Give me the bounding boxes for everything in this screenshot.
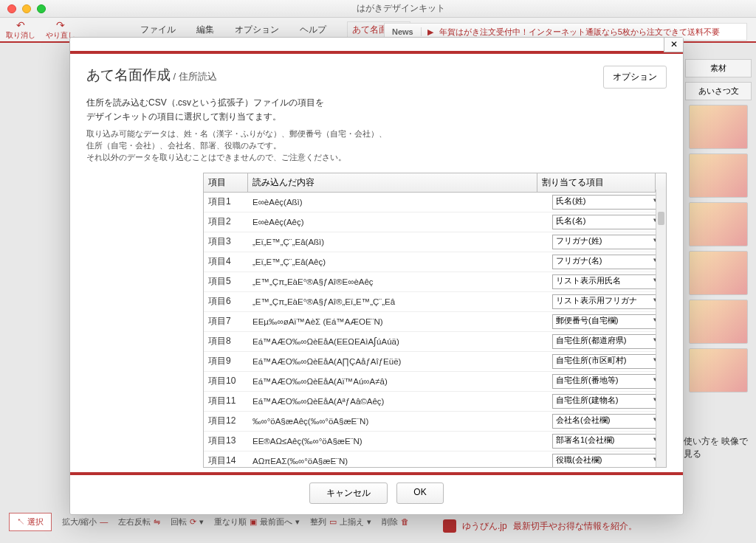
- table-header: 項目 読み込んだ内容 割り当てる項目: [204, 173, 666, 193]
- row-key: 項目1: [204, 193, 248, 210]
- table-row: 項目11Eá™AÆO‰∞ΩèEåA(AªƒAâ©Aêç)自宅住所(建物名): [204, 392, 666, 412]
- row-value: „Eï„E™„Ç¨„Eâ(Aßì): [248, 235, 548, 249]
- table-row: 項目7EEµ‰∞øAï™AèΣ (Eá™AÆOE¨N)郵便番号(自宅欄): [204, 312, 666, 332]
- row-key: 項目3: [204, 233, 248, 250]
- row-assign: 部署名1(会社欄): [548, 432, 666, 451]
- row-assign: 氏名(名): [548, 212, 666, 232]
- table-row: 項目4„Eï„E™„Ç¨„Eâ(Aêç)フリガナ(名): [204, 252, 666, 272]
- row-key: 項目14: [204, 452, 248, 467]
- row-key: 項目4: [204, 253, 248, 270]
- mapping-table: 項目 読み込んだ内容 割り当てる項目 項目1E∞èAêç(Aßì)氏名(姓)項目…: [203, 173, 667, 468]
- row-value: E∞èAêç(Aßì): [248, 196, 548, 209]
- row-assign: リスト表示用フリガナ: [548, 292, 666, 311]
- assign-select[interactable]: 部署名1(会社欄): [552, 434, 660, 449]
- assign-select[interactable]: 自宅住所(市区町村): [552, 354, 660, 369]
- row-value: „Eï„E™„Ç¨„Eâ(Aêç): [248, 255, 548, 269]
- assign-select[interactable]: 役職(会社欄): [552, 454, 660, 467]
- assign-select[interactable]: 氏名(姓): [552, 195, 660, 210]
- row-assign: 自宅住所(番地等): [548, 372, 666, 391]
- header-item: 項目: [204, 173, 248, 192]
- row-value: Eá™AÆO‰∞ΩèEåA(EEΩEAìAʃúAúä): [248, 334, 548, 349]
- ok-button[interactable]: OK: [396, 483, 443, 504]
- table-row: 項目14AΩπEAΣ(‰∞°öA§æE¨N)役職(会社欄): [204, 452, 666, 467]
- modal-note: 取り込み可能なデータは、姓・名（漢字・ふりがな）、郵便番号（自宅・会社）、 住所…: [70, 124, 683, 170]
- row-assign: 郵便番号(自宅欄): [548, 312, 666, 331]
- row-key: 項目13: [204, 432, 248, 449]
- row-key: 項目8: [204, 333, 248, 350]
- row-key: 項目10: [204, 373, 248, 390]
- table-body: 項目1E∞èAêç(Aßì)氏名(姓)項目2E∞èAêç(Aêç)氏名(名)項目…: [204, 193, 666, 467]
- row-assign: 自宅住所(市区町村): [548, 352, 666, 371]
- table-row: 項目6„E™„Çπ„EàE°®A§ƒAî®„Eï„E™„Ç¨„Eâリスト表示用フ…: [204, 292, 666, 312]
- modal-title: あて名面作成 / 住所読込: [86, 66, 217, 85]
- scrollbar-thumb[interactable]: [658, 212, 664, 225]
- assign-select[interactable]: 自宅住所(建物名): [552, 394, 660, 409]
- table-row: 項目2E∞èAêç(Aêç)氏名(名): [204, 212, 666, 232]
- assign-select[interactable]: 氏名(名): [552, 215, 660, 229]
- row-key: 項目2: [204, 213, 248, 230]
- assign-select[interactable]: フリガナ(姓): [552, 235, 660, 249]
- address-import-modal: ✕ あて名面作成 / 住所読込 オプション 住所を読み込むCSV（.csvという…: [69, 37, 684, 515]
- modal-overlay: ✕ あて名面作成 / 住所読込 オプション 住所を読み込むCSV（.csvという…: [0, 0, 756, 543]
- assign-select[interactable]: 郵便番号(自宅欄): [552, 314, 660, 329]
- row-key: 項目7: [204, 313, 248, 330]
- row-value: Eá™AÆO‰∞ΩèEåA(AªƒAâ©Aêç): [248, 395, 548, 408]
- row-assign: フリガナ(名): [548, 252, 666, 272]
- row-value: E∞èAêç(Aêç): [248, 215, 548, 229]
- assign-select[interactable]: フリガナ(名): [552, 255, 660, 269]
- row-assign: 自宅住所(建物名): [548, 392, 666, 411]
- assign-select[interactable]: 自宅住所(都道府県): [552, 334, 660, 349]
- table-row: 項目10Eá™AÆO‰∞ΩèEåA(Aï™Aú∞A≠â)自宅住所(番地等): [204, 372, 666, 392]
- table-row: 項目5„E™„Çπ„EàE°®A§ƒAî®E∞èAêçリスト表示用氏名: [204, 272, 666, 292]
- row-value: „E™„Çπ„EàE°®A§ƒAî®„Eï„E™„Ç¨„Eâ: [248, 295, 548, 308]
- row-assign: リスト表示用氏名: [548, 272, 666, 291]
- row-key: 項目5: [204, 273, 248, 290]
- header-assign: 割り当てる項目: [537, 173, 656, 192]
- close-button[interactable]: ✕: [664, 38, 683, 52]
- assign-select[interactable]: リスト表示用氏名: [552, 274, 660, 289]
- row-assign: 自宅住所(都道府県): [548, 332, 666, 351]
- table-row: 項目3„Eï„E™„Ç¨„Eâ(Aßì)フリガナ(姓): [204, 232, 666, 252]
- row-value: Eá™AÆO‰∞ΩèEåA(Aï™Aú∞A≠â): [248, 375, 548, 388]
- row-value: Eá™AÆO‰∞ΩèEåA(A∏ÇAåƒAîƒEüë): [248, 355, 548, 368]
- table-row: 項目1E∞èAêç(Aßì)氏名(姓): [204, 193, 666, 212]
- row-assign: 役職(会社欄): [548, 452, 666, 467]
- table-row: 項目13EE®AΩ≤Aêç(‰∞°öA§æE¨N)部署名1(会社欄): [204, 432, 666, 452]
- row-key: 項目12: [204, 412, 248, 429]
- row-assign: 氏名(姓): [548, 193, 666, 212]
- option-button[interactable]: オプション: [603, 66, 667, 89]
- assign-select[interactable]: 会社名(会社欄): [552, 414, 660, 429]
- row-value: EE®AΩ≤Aêç(‰∞°öA§æE¨N): [248, 435, 548, 448]
- table-row: 項目8Eá™AÆO‰∞ΩèEåA(EEΩEAìAʃúAúä)自宅住所(都道府県): [204, 332, 666, 352]
- table-row: 項目12‰∞°öA§æAêç(‰∞°öA§æE¨N)会社名(会社欄): [204, 412, 666, 432]
- row-value: ‰∞°öA§æAêç(‰∞°öA§æE¨N): [248, 415, 548, 428]
- row-assign: フリガナ(姓): [548, 232, 666, 252]
- row-value: „E™„Çπ„EàE°®A§ƒAî®E∞èAêç: [248, 275, 548, 288]
- row-value: AΩπEAΣ(‰∞°öA§æE¨N): [248, 454, 548, 467]
- scrollbar[interactable]: [656, 190, 666, 467]
- table-row: 項目9Eá™AÆO‰∞ΩèEåA(A∏ÇAåƒAîƒEüë)自宅住所(市区町村): [204, 352, 666, 372]
- row-assign: 会社名(会社欄): [548, 412, 666, 431]
- row-key: 項目6: [204, 293, 248, 310]
- row-key: 項目11: [204, 392, 248, 409]
- header-content: 読み込んだ内容: [248, 173, 537, 192]
- row-key: 項目9: [204, 353, 248, 370]
- cancel-button[interactable]: キャンセル: [309, 483, 388, 504]
- assign-select[interactable]: 自宅住所(番地等): [552, 374, 660, 389]
- modal-description: 住所を読み込むCSV（.csvという拡張子）ファイルの項目を デザインキットの項…: [70, 96, 683, 124]
- assign-select[interactable]: リスト表示用フリガナ: [552, 294, 660, 309]
- row-value: EEµ‰∞øAï™AèΣ (Eá™AÆOE¨N): [248, 315, 548, 328]
- modal-footer: キャンセル OK: [70, 472, 683, 514]
